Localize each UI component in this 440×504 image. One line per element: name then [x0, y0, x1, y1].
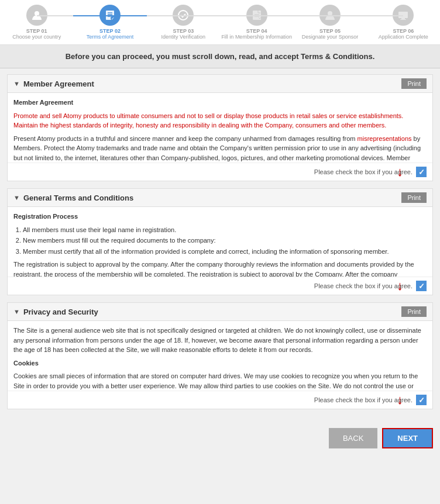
- notice-bar: Before you can proceed, you must scroll …: [0, 45, 440, 68]
- step-04[interactable]: STEP 04 Fill in Membership Information: [220, 5, 293, 40]
- privacy-security-agree-section: ↓ Please check the box if you agree.: [8, 391, 432, 409]
- step-03[interactable]: STEP 03 Identity Verification: [147, 5, 220, 40]
- step-01[interactable]: STEP 01 Choose your country: [0, 5, 73, 40]
- step-06-icon: [393, 5, 414, 26]
- step-02[interactable]: ✓ STEP 02 Terms of Agreement: [73, 5, 146, 40]
- step-05[interactable]: STEP 05 Designate your Sponsor: [293, 5, 366, 40]
- step-01-label: STEP 01: [26, 28, 47, 34]
- general-terms-title: ▼ General Terms and Conditions: [13, 194, 133, 202]
- member-agreement-agree-row: ↓ Please check the box if you agree.: [8, 163, 432, 181]
- step-03-sublabel: Identity Verification: [161, 34, 206, 40]
- general-terms-arrow: ↓: [397, 278, 403, 294]
- back-button[interactable]: BACK: [329, 428, 377, 448]
- general-terms-header: ▼ General Terms and Conditions Print: [8, 189, 432, 207]
- notice-text: Before you can proceed, you must scroll …: [66, 52, 375, 61]
- step-04-label: STEP 04: [246, 28, 267, 34]
- svg-rect-14: [400, 19, 406, 20]
- privacy-security-header: ▼ Privacy and Security Print: [8, 303, 432, 321]
- general-terms-agree-row: ↓ Please check the box if you agree.: [8, 277, 432, 295]
- main-content: ▼ Member Agreement Print Member Agreemen…: [0, 68, 440, 422]
- ma-para1: Promote and sell Atomy products to ultim…: [13, 112, 403, 129]
- svg-rect-13: [401, 18, 405, 19]
- svg-point-0: [35, 11, 39, 16]
- privacy-security-agree-row: ↓ Please check the box if you agree.: [8, 391, 432, 409]
- member-agreement-checkbox[interactable]: [416, 167, 427, 177]
- privacy-security-arrow: ↓: [397, 392, 403, 408]
- general-terms-agree-section: ↓ Please check the box if you agree.: [8, 277, 432, 295]
- step-01-sublabel: Choose your country: [12, 34, 61, 40]
- step-04-icon: [246, 5, 267, 26]
- privacy-security-print-button[interactable]: Print: [401, 306, 427, 317]
- member-agreement-text: Member Agreement Promote and sell Atomy …: [8, 93, 432, 163]
- general-terms-print-button[interactable]: Print: [401, 192, 427, 203]
- step-02-icon: ✓: [99, 5, 121, 26]
- chevron-icon-3: ▼: [13, 308, 20, 315]
- step-06-sublabel: Application Complete: [379, 34, 428, 40]
- svg-text:✓: ✓: [111, 16, 115, 20]
- general-terms-text: Registration Process All members must us…: [8, 207, 432, 277]
- step-02-label: STEP 02: [99, 28, 121, 34]
- chevron-icon: ▼: [13, 80, 20, 87]
- member-agreement-section: ▼ Member Agreement Print Member Agreemen…: [7, 74, 433, 181]
- svg-rect-12: [398, 12, 408, 18]
- next-button[interactable]: NEXT: [382, 428, 433, 448]
- chevron-icon-2: ▼: [13, 194, 20, 201]
- member-agreement-title: ▼ Member Agreement: [13, 80, 94, 88]
- svg-point-7: [178, 11, 188, 20]
- step-01-icon: [26, 5, 47, 26]
- step-06[interactable]: STEP 06 Application Complete: [367, 5, 440, 40]
- member-agreement-print-button[interactable]: Print: [401, 78, 427, 89]
- svg-point-11: [328, 11, 332, 16]
- privacy-security-title: ▼ Privacy and Security: [13, 308, 98, 316]
- step-05-icon: [319, 5, 341, 26]
- general-terms-section: ▼ General Terms and Conditions Print Reg…: [7, 188, 433, 295]
- step-03-label: STEP 03: [173, 28, 194, 34]
- step-05-sublabel: Designate your Sponsor: [302, 34, 359, 40]
- privacy-security-checkbox[interactable]: [416, 395, 427, 405]
- member-agreement-header: ▼ Member Agreement Print: [8, 75, 432, 93]
- privacy-security-text: The Site is a general audience web site …: [8, 321, 432, 391]
- stepper: STEP 01 Choose your country ✓ STEP 02 Te…: [0, 0, 440, 45]
- privacy-security-section: ▼ Privacy and Security Print The Site is…: [7, 302, 433, 409]
- footer-buttons: BACK NEXT: [0, 422, 440, 454]
- member-agreement-arrow: ↓: [397, 164, 403, 179]
- step-03-icon: [173, 5, 194, 26]
- step-02-sublabel: Terms of Agreement: [87, 34, 134, 40]
- step-04-sublabel: Fill in Membership Information: [221, 34, 292, 40]
- member-agreement-agree-section: ↓ Please check the box if you agree.: [8, 163, 432, 181]
- general-terms-checkbox[interactable]: [416, 281, 427, 291]
- step-06-label: STEP 06: [393, 28, 414, 34]
- step-05-label: STEP 05: [319, 28, 341, 34]
